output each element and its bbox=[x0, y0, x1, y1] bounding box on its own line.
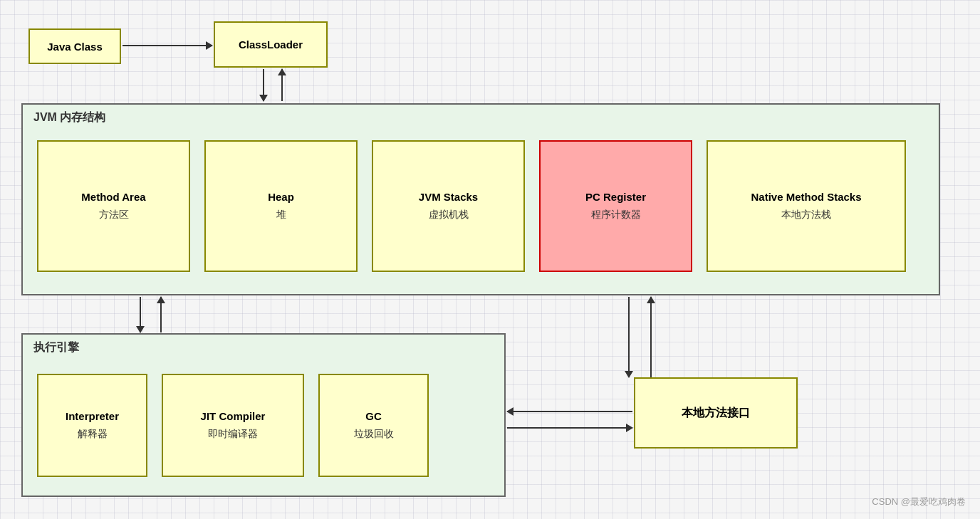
method-area-line1: Method Area bbox=[81, 191, 145, 203]
native-method-stacks-box: Native Method Stacks 本地方法栈 bbox=[707, 140, 906, 272]
gc-line1: GC bbox=[365, 410, 382, 422]
java-class-box: Java Class bbox=[28, 28, 121, 64]
jvm-stacks-box: JVM Stacks 虚拟机栈 bbox=[372, 140, 525, 272]
interpreter-box: Interpreter 解释器 bbox=[37, 374, 147, 477]
native-interface-label: 本地方法接口 bbox=[682, 406, 750, 421]
method-area-box: Method Area 方法区 bbox=[37, 140, 190, 272]
execution-engine-outer-box: 执行引擎 Interpreter 解释器 JIT Compiler 即时编译器 … bbox=[21, 333, 506, 497]
gc-line2: 垃圾回收 bbox=[354, 428, 394, 441]
java-class-label: Java Class bbox=[47, 41, 103, 53]
classloader-box: ClassLoader bbox=[214, 21, 328, 68]
arrow-exec-to-native bbox=[507, 427, 632, 429]
watermark: CSDN @最爱吃鸡肉卷 bbox=[872, 496, 966, 508]
jit-line1: JIT Compiler bbox=[201, 410, 266, 422]
native-stacks-line1: Native Method Stacks bbox=[751, 191, 861, 203]
arrow-native-to-exec bbox=[507, 411, 632, 412]
jvm-stacks-line1: JVM Stacks bbox=[419, 191, 478, 203]
execution-engine-label: 执行引擎 bbox=[33, 340, 79, 355]
pc-register-line2: 程序计数器 bbox=[591, 209, 641, 221]
diagram-container: Java Class ClassLoader JVM 内存结构 Method A… bbox=[14, 14, 954, 505]
arrow-classloader-down bbox=[263, 69, 264, 101]
classloader-label: ClassLoader bbox=[239, 38, 303, 51]
method-area-line2: 方法区 bbox=[99, 209, 129, 221]
pc-register-line1: PC Register bbox=[585, 191, 646, 203]
pc-register-box: PC Register 程序计数器 bbox=[539, 140, 692, 272]
jvm-memory-outer-box: JVM 内存结构 Method Area 方法区 Heap 堆 JVM Stac… bbox=[21, 103, 940, 295]
gc-box: GC 垃圾回收 bbox=[318, 374, 429, 477]
heap-line1: Heap bbox=[268, 191, 294, 203]
jit-line2: 即时编译器 bbox=[208, 428, 258, 441]
heap-line2: 堆 bbox=[276, 209, 286, 221]
jvm-memory-label: JVM 内存结构 bbox=[33, 110, 105, 125]
arrow-exec-to-jvm-up bbox=[160, 297, 162, 332]
jvm-stacks-line2: 虚拟机栈 bbox=[429, 209, 469, 221]
native-interface-box: 本地方法接口 bbox=[634, 377, 798, 449]
arrow-java-to-classloader bbox=[123, 45, 212, 46]
arrow-native-to-pc-up bbox=[650, 297, 652, 377]
interpreter-line2: 解释器 bbox=[78, 428, 108, 441]
arrow-up-to-classloader bbox=[281, 69, 283, 101]
arrow-jvm-to-exec-down bbox=[140, 297, 141, 332]
interpreter-line1: Interpreter bbox=[66, 410, 119, 422]
heap-box: Heap 堆 bbox=[204, 140, 358, 272]
jit-compiler-box: JIT Compiler 即时编译器 bbox=[162, 374, 304, 477]
native-stacks-line2: 本地方法栈 bbox=[781, 209, 831, 221]
arrow-pc-to-native-down bbox=[628, 297, 630, 377]
